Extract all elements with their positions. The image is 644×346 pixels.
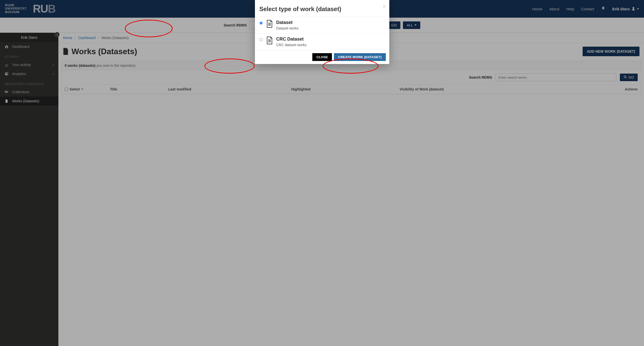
work-type-option-dataset[interactable]: Dataset Dataset works: [255, 17, 389, 33]
work-type-title: Dataset: [276, 20, 299, 25]
close-icon: ×: [383, 4, 386, 9]
modal-title-row: Select type of work (dataset) ×: [255, 0, 389, 17]
work-type-radio-dataset[interactable]: [259, 21, 263, 25]
modal-footer: CLOSE CREATE WORK (DATASET): [255, 50, 389, 64]
select-work-type-modal: Select type of work (dataset) × Dataset …: [255, 0, 389, 64]
work-type-desc: Dataset works: [276, 26, 299, 30]
modal-create-button[interactable]: CREATE WORK (DATASET): [334, 53, 386, 61]
work-type-desc: CRC dataset works: [276, 43, 307, 47]
work-type-radio-crc[interactable]: [259, 38, 263, 41]
document-lines-icon: [266, 37, 273, 45]
work-type-title: CRC Dataset: [276, 37, 307, 42]
work-type-option-crc[interactable]: CRC Dataset CRC dataset works: [255, 33, 389, 50]
modal-title: Select type of work (dataset): [259, 6, 341, 12]
document-lines-icon: [266, 20, 273, 28]
modal-close-x[interactable]: ×: [383, 4, 386, 9]
modal-close-button[interactable]: CLOSE: [312, 53, 332, 61]
